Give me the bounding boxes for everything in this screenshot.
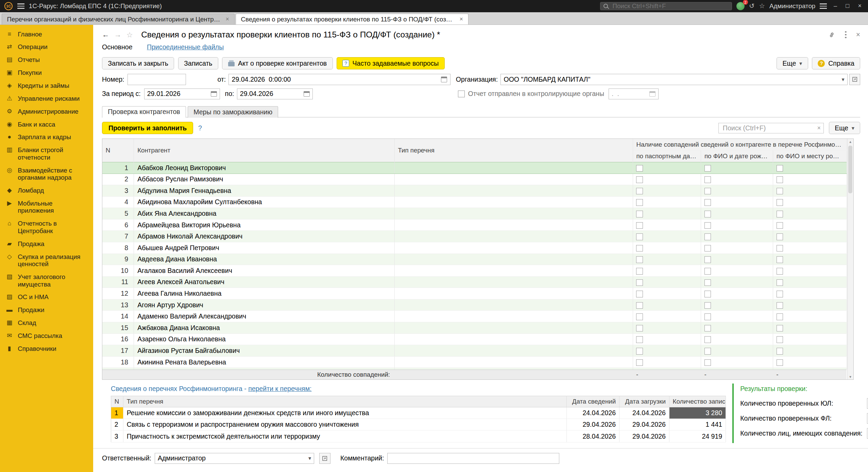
table-row[interactable]: 11Агеев Алексей Анатольевич [102, 276, 847, 288]
scrollbar-thumb[interactable] [848, 146, 852, 193]
match-passport-checkbox[interactable] [636, 199, 643, 206]
match-name-birthdate-checkbox[interactable] [704, 245, 711, 252]
match-name-birthplace-checkbox[interactable] [777, 199, 783, 206]
match-name-birthplace-checkbox[interactable] [777, 302, 783, 309]
window-tab-check-results[interactable]: Сведения о результатах проверки клиентов… [236, 14, 469, 25]
table-row[interactable]: 16Азаренко Ольга Николаевна [102, 333, 847, 345]
match-name-birthdate-checkbox[interactable] [704, 165, 711, 172]
main-menu-icon[interactable] [17, 3, 24, 9]
service-menu-icon[interactable] [820, 3, 827, 9]
match-passport-checkbox[interactable] [636, 222, 643, 229]
match-name-birthplace-checkbox[interactable] [777, 313, 783, 320]
nav-tab-main[interactable]: Основное [102, 43, 133, 51]
sidebar-item-8[interactable]: ◉Банк и касса [0, 118, 93, 131]
match-name-birthplace-checkbox[interactable] [777, 222, 783, 229]
col-header-by-name-birthplace[interactable]: по ФИО и месту рождения [773, 150, 847, 162]
avatar[interactable]: 2 [736, 2, 745, 10]
match-name-birthplace-checkbox[interactable] [777, 165, 783, 172]
sidebar-item-9[interactable]: ●Зарплата и кадры [0, 131, 93, 144]
close-form-icon[interactable] [856, 31, 860, 39]
sidebar-item-19[interactable]: ▬Продажи [0, 304, 93, 316]
go-to-lists-link[interactable]: перейти к перечням: [248, 385, 311, 392]
table-row[interactable]: 2Аббасов Руслан Рамизович [102, 174, 847, 185]
match-passport-checkbox[interactable] [636, 245, 643, 252]
comment-input[interactable] [390, 454, 556, 462]
dropdown-icon[interactable] [841, 76, 844, 83]
match-name-birthdate-checkbox[interactable] [704, 279, 711, 286]
lists-col-records[interactable]: Количество записей [669, 396, 726, 407]
match-passport-checkbox[interactable] [636, 291, 643, 297]
help-question-icon[interactable] [198, 124, 202, 132]
match-name-birthdate-checkbox[interactable] [704, 302, 711, 309]
match-name-birthplace-checkbox[interactable] [777, 325, 783, 332]
close-tab-icon[interactable] [225, 16, 229, 23]
tab-check-counterparties[interactable]: Проверка контрагентов [102, 106, 186, 118]
match-name-birthdate-checkbox[interactable] [704, 313, 711, 320]
list-row[interactable]: 3Причастность к экстремистской деятельно… [111, 430, 726, 442]
sidebar-item-6[interactable]: ⚠Управление рисками [0, 92, 93, 105]
match-passport-checkbox[interactable] [636, 233, 643, 240]
sidebar-item-5[interactable]: ◈Кредиты и займы [0, 79, 93, 92]
calendar-icon[interactable] [211, 91, 217, 97]
col-header-by-passport[interactable]: по паспортным данным [633, 150, 701, 162]
sidebar-item-13[interactable]: ▶Мобильные приложения [0, 197, 93, 217]
more-button[interactable]: Еще [777, 57, 808, 69]
match-passport-checkbox[interactable] [636, 176, 643, 183]
col-header-by-name-birthdate[interactable]: по ФИО и дате рождения [701, 150, 773, 162]
number-input[interactable] [131, 76, 183, 83]
sidebar-item-20[interactable]: ▦Склад [0, 316, 93, 329]
close-window-button[interactable] [856, 2, 864, 10]
maximize-button[interactable] [844, 2, 851, 10]
match-passport-checkbox[interactable] [636, 359, 643, 366]
global-search-input[interactable] [611, 2, 728, 10]
match-name-birthdate-checkbox[interactable] [704, 176, 711, 183]
sidebar-item-11[interactable]: ◎Взаимодействие с органами надзора [0, 164, 93, 184]
match-passport-checkbox[interactable] [636, 279, 643, 286]
match-passport-checkbox[interactable] [636, 302, 643, 309]
table-row[interactable]: 18Акинина Рената Валерьевна [102, 356, 847, 368]
match-name-birthdate-checkbox[interactable] [704, 359, 711, 366]
match-name-birthplace-checkbox[interactable] [777, 279, 783, 286]
match-passport-checkbox[interactable] [636, 268, 643, 275]
sidebar-item-21[interactable]: ✉СМС рассылка [0, 329, 93, 342]
grid-search-input[interactable] [722, 124, 815, 132]
match-name-birthdate-checkbox[interactable] [704, 233, 711, 240]
save-button[interactable]: Записать [178, 57, 218, 69]
tab-freezing-measures[interactable]: Меры по замораживанию [188, 106, 278, 118]
match-passport-checkbox[interactable] [636, 348, 643, 355]
sidebar-item-2[interactable]: ⇄Операции [0, 40, 93, 53]
match-name-birthplace-checkbox[interactable] [777, 256, 783, 263]
history-icon[interactable] [749, 3, 754, 10]
match-passport-checkbox[interactable] [636, 211, 643, 217]
report-sent-checkbox[interactable] [458, 91, 465, 97]
calendar-icon[interactable] [441, 77, 447, 82]
col-header-list-type[interactable]: Тип перечня [394, 139, 633, 162]
check-and-fill-button[interactable]: Проверить и заполнить [102, 122, 193, 134]
sidebar-item-10[interactable]: ▥Бланки строгой отчетности [0, 144, 93, 164]
window-tab-lists[interactable]: Перечни организаций и физических лиц Рос… [2, 14, 235, 25]
sidebar-item-4[interactable]: ▣Покупки [0, 66, 93, 79]
save-close-button[interactable]: Записать и закрыть [102, 57, 174, 69]
table-row[interactable]: 12Агеева Галина Николаевна [102, 288, 847, 299]
match-name-birthplace-checkbox[interactable] [777, 176, 783, 183]
table-row[interactable]: 17Айгазинов Рустам Байгабылович [102, 345, 847, 357]
match-name-birthdate-checkbox[interactable] [704, 325, 711, 332]
match-name-birthdate-checkbox[interactable] [704, 336, 711, 343]
favorite-star-icon[interactable] [126, 31, 133, 39]
scroll-up-icon[interactable] [849, 139, 851, 144]
list-row[interactable]: 1Решение комиссии о замораживании денежн… [111, 407, 726, 419]
match-passport-checkbox[interactable] [636, 325, 643, 332]
sidebar-item-14[interactable]: ⌂Отчетность в Центробанк [0, 217, 93, 237]
sidebar-item-12[interactable]: ◆Ломбард [0, 184, 93, 197]
responsible-open-button[interactable] [319, 453, 330, 464]
table-row[interactable]: 4Абидинова Махларойим Султанбековна [102, 196, 847, 208]
match-passport-checkbox[interactable] [636, 256, 643, 263]
match-name-birthdate-checkbox[interactable] [704, 199, 711, 206]
match-name-birthdate-checkbox[interactable] [704, 222, 711, 229]
match-passport-checkbox[interactable] [636, 336, 643, 343]
match-name-birthplace-checkbox[interactable] [777, 359, 783, 366]
match-name-birthdate-checkbox[interactable] [704, 348, 711, 355]
table-row[interactable]: 7Абрамов Николай Александрович [102, 231, 847, 242]
organization-input[interactable] [504, 76, 839, 83]
match-passport-checkbox[interactable] [636, 313, 643, 320]
